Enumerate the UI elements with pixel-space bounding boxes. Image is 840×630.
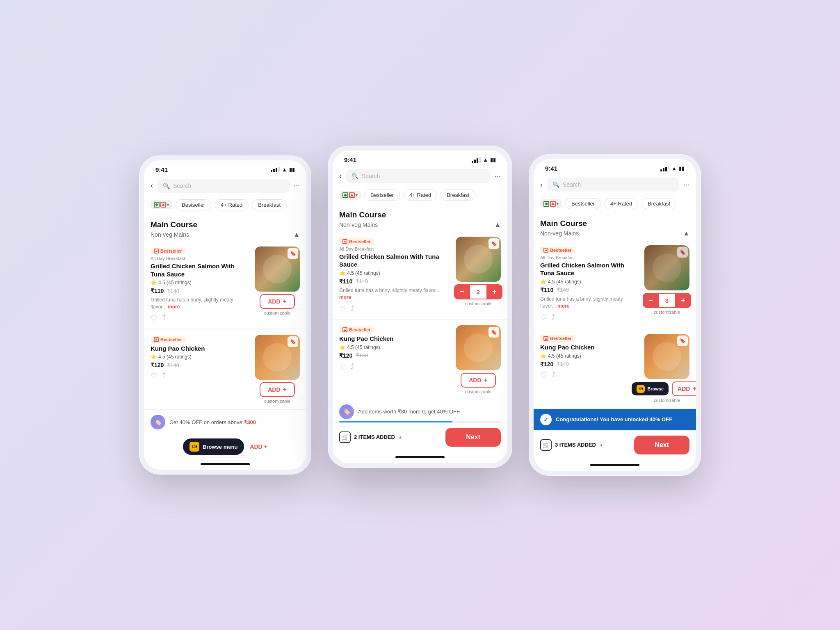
bookmark-btn-1-right[interactable]: 🔖 xyxy=(677,247,688,258)
chip-breakfast[interactable]: Breakfast xyxy=(252,199,287,210)
next-button-mid[interactable]: Next xyxy=(445,428,501,447)
status-time-mid: 9:41 xyxy=(344,156,356,163)
bookmark-btn-2-left[interactable]: 🔖 xyxy=(288,336,298,347)
customizable-text-1-mid: customizable xyxy=(465,301,491,306)
share-icon-1-mid[interactable]: ⤴ xyxy=(351,304,354,313)
qty-plus-1-mid[interactable]: + xyxy=(486,284,502,299)
food-image-area-2-left: 🔖 ADD + customizable xyxy=(255,335,300,404)
bestseller-badge-1-left: Bestseller xyxy=(151,248,185,254)
action-icons-1-left: ♡ ⤴ xyxy=(151,314,250,323)
section-header-left: Main Course Non-veg Mains ▲ xyxy=(144,215,306,241)
heart-icon-2-mid[interactable]: ♡ xyxy=(339,362,346,371)
add-button-1-left[interactable]: ADD + xyxy=(260,294,295,309)
bookmark-btn-2-right[interactable]: 🔖 xyxy=(677,336,688,346)
browse-add-btn[interactable]: ADD + xyxy=(250,443,267,450)
chip-breakfast-right[interactable]: Breakfast xyxy=(641,198,676,209)
browse-menu-pill[interactable]: 🍽 Browse menu xyxy=(183,438,244,455)
home-indicator-mid xyxy=(333,452,507,463)
rating-row-1-mid: ⭐ 4.5 (45 ratings) xyxy=(339,270,451,276)
back-button-mid[interactable]: ‹ xyxy=(339,172,342,180)
next-button-right[interactable]: Next xyxy=(634,436,689,454)
veg-filter-mid[interactable]: ▾ xyxy=(339,191,361,200)
home-bar-mid xyxy=(395,456,445,458)
browse-text: Browse menu xyxy=(203,444,237,450)
share-icon-2-left[interactable]: ⤴ xyxy=(162,372,166,381)
more-button-right[interactable]: ··· xyxy=(683,180,689,189)
qty-minus-1-right[interactable]: − xyxy=(643,293,659,308)
section-subtitle-left: Non-veg Mains xyxy=(151,231,189,238)
add-label-browse: ADD xyxy=(250,443,262,450)
bestseller-icon-2 xyxy=(154,337,159,342)
heart-icon-2-left[interactable]: ♡ xyxy=(151,372,157,381)
bookmark-btn-1-mid[interactable]: 🔖 xyxy=(488,238,499,249)
price-row-1-right: ₹110 ₹140 xyxy=(540,287,639,293)
chip-rated[interactable]: 4+ Rated xyxy=(215,199,249,210)
back-button-left[interactable]: ‹ xyxy=(151,181,153,190)
qty-minus-1-mid[interactable]: − xyxy=(454,284,470,299)
price-row-1-mid: ₹110 ₹140 xyxy=(339,278,451,285)
customizable-text-2-mid: customizable xyxy=(465,389,491,394)
search-box-left[interactable]: 🔍 Search xyxy=(157,179,290,193)
chip-bestseller[interactable]: Bestseller xyxy=(176,199,211,210)
share-icon-1-left[interactable]: ⤴ xyxy=(162,314,166,323)
search-box-right[interactable]: 🔍 Search xyxy=(547,178,679,192)
heart-icon-1-right[interactable]: ♡ xyxy=(540,313,547,322)
cart-icon-right: 🛒 xyxy=(540,439,552,451)
share-icon-2-mid[interactable]: ⤴ xyxy=(351,362,354,371)
collapse-btn-left[interactable]: ▲ xyxy=(293,231,300,238)
chip-breakfast-mid[interactable]: Breakfast xyxy=(441,189,475,201)
bookmark-btn-2-mid[interactable]: 🔖 xyxy=(488,327,499,338)
back-button-right[interactable]: ‹ xyxy=(540,180,543,189)
chip-rated-mid[interactable]: 4+ Rated xyxy=(403,189,437,201)
plus-browse: + xyxy=(264,443,267,450)
share-icon-1-right[interactable]: ⤴ xyxy=(552,313,555,322)
original-price-2-right: ₹140 xyxy=(557,361,569,367)
veg-filter-left[interactable]: ▾ xyxy=(151,200,172,209)
food-name-1-mid: Grilled Chicken Salmon With Tuna Sauce xyxy=(339,253,451,269)
search-icon-mid: 🔍 xyxy=(352,173,358,179)
offer-icon-mid: 🏷️ xyxy=(339,404,354,419)
food-image-2-right: 🔖 xyxy=(644,334,689,379)
search-box-mid[interactable]: 🔍 Search xyxy=(346,169,491,183)
add-button-2-right[interactable]: ADD + xyxy=(672,381,696,396)
original-price-2-left: ₹140 xyxy=(167,362,179,368)
price-row-2-mid: ₹120 ₹140 xyxy=(339,352,451,359)
chip-bestseller-right[interactable]: Bestseller xyxy=(565,198,601,209)
veg-icon-red xyxy=(160,202,166,208)
browse-mini-right[interactable]: 🍽 Browse xyxy=(632,382,669,395)
battery-icon-right: ▮▮ xyxy=(679,165,685,171)
veg-icon-green-mid xyxy=(342,192,348,198)
collapse-btn-right[interactable]: ▲ xyxy=(683,230,689,237)
chip-bestseller-mid[interactable]: Bestseller xyxy=(364,189,400,201)
phone-middle: 9:41 ▲ ▮▮ ‹ 🔍 Search ··· xyxy=(328,146,512,468)
bestseller-icon-2-mid xyxy=(342,327,347,332)
veg-filter-right[interactable]: ▾ xyxy=(540,199,562,208)
customizable-text-1-right: customizable xyxy=(654,310,680,315)
action-icons-1-mid: ♡ ⤴ xyxy=(339,304,451,313)
heart-icon-1-left[interactable]: ♡ xyxy=(151,314,157,323)
chevron-icon-mid: ▾ xyxy=(356,193,358,197)
more-link-mid[interactable]: more xyxy=(339,294,351,300)
bookmark-btn-1-left[interactable]: 🔖 xyxy=(288,248,298,259)
rating-text-2-right: 4.5 (45 ratings) xyxy=(548,353,581,359)
more-link-right[interactable]: more xyxy=(557,303,569,309)
qty-num-1-mid: 2 xyxy=(470,285,486,299)
food-desc-1-right: Grilled tuna has a briny, slightly meaty… xyxy=(540,296,639,310)
heart-icon-2-right[interactable]: ♡ xyxy=(540,371,547,380)
heart-icon-1-mid[interactable]: ♡ xyxy=(339,304,346,313)
star-icon: ⭐ xyxy=(151,280,157,285)
more-link[interactable]: more xyxy=(168,304,180,310)
chip-rated-right[interactable]: 4+ Rated xyxy=(604,198,638,209)
plus-icon-2-right: + xyxy=(692,385,696,393)
collapse-btn-mid[interactable]: ▲ xyxy=(494,221,501,228)
status-icons-right: ▲ ▮▮ xyxy=(660,165,685,171)
add-button-2-mid[interactable]: ADD + xyxy=(461,373,496,388)
add-button-2-left[interactable]: ADD + xyxy=(260,382,295,397)
status-icons-left: ▲ ▮▮ xyxy=(271,167,295,173)
veg-icon-green xyxy=(154,202,160,208)
food-image-area-1-left: 🔖 ADD + customizable xyxy=(255,247,300,315)
share-icon-2-right[interactable]: ⤴ xyxy=(552,371,555,380)
more-button-left[interactable]: ··· xyxy=(294,181,300,190)
qty-plus-1-right[interactable]: + xyxy=(675,293,691,308)
more-button-mid[interactable]: ··· xyxy=(495,172,501,180)
